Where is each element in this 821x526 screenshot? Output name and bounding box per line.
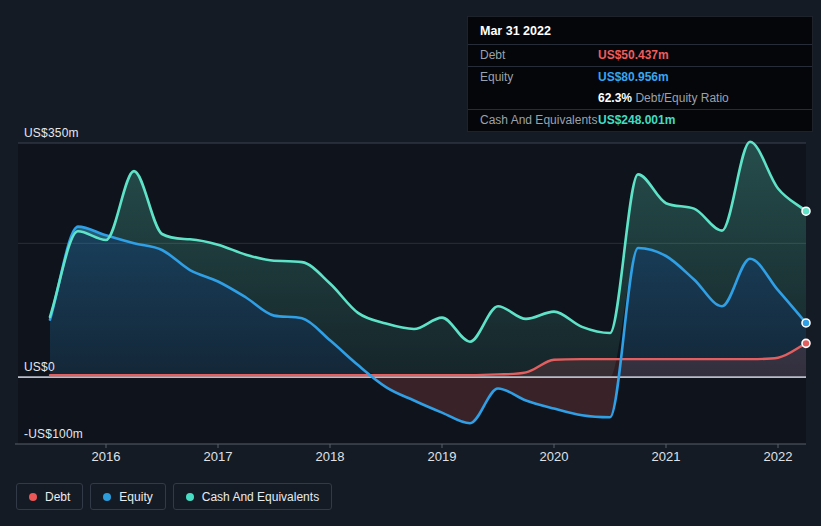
cash-endpoint-marker[interactable] xyxy=(802,207,810,215)
tooltip-ratio-value: 62.3% xyxy=(598,91,632,105)
tooltip-row-cash: Cash And Equivalents US$248.001m xyxy=(468,109,812,131)
x-axis-label: 2020 xyxy=(540,449,569,464)
legend-item-equity[interactable]: Equity xyxy=(90,483,165,510)
cash-dot-icon xyxy=(186,493,194,501)
tooltip-equity-value: US$80.956m xyxy=(598,70,800,84)
x-axis-label: 2021 xyxy=(652,449,681,464)
x-axis-label: 2016 xyxy=(92,449,121,464)
equity-endpoint-marker[interactable] xyxy=(802,319,810,327)
x-axis-label: 2019 xyxy=(428,449,457,464)
tooltip-row-equity: Equity US$80.956m xyxy=(468,66,812,88)
tooltip-debt-value: US$50.437m xyxy=(598,48,800,62)
tooltip-ratio-label: Debt/Equity Ratio xyxy=(635,91,728,105)
equity-dot-icon xyxy=(103,493,111,501)
x-axis-label: 2018 xyxy=(316,449,345,464)
x-axis-label: 2017 xyxy=(204,449,233,464)
tooltip-row-debt: Debt US$50.437m xyxy=(468,44,812,66)
tooltip-date: Mar 31 2022 xyxy=(468,17,812,44)
x-axis-label: 2022 xyxy=(764,449,793,464)
tooltip-ratio: 62.3% Debt/Equity Ratio xyxy=(598,91,800,105)
tooltip-equity-label: Equity xyxy=(480,70,598,84)
tooltip-cash-value: US$248.001m xyxy=(598,113,800,127)
y-axis-label: US$0 xyxy=(24,360,55,374)
legend-item-debt[interactable]: Debt xyxy=(16,483,83,510)
chart-tooltip: Mar 31 2022 Debt US$50.437m Equity US$80… xyxy=(467,16,813,132)
chart-canvas[interactable]: US$350mUS$0-US$100m 20162017201820192020… xyxy=(0,0,821,526)
y-axis-label: -US$100m xyxy=(24,427,83,441)
legend-item-cash[interactable]: Cash And Equivalents xyxy=(173,483,332,510)
debt-dot-icon xyxy=(29,493,37,501)
tooltip-row-ratio: 62.3% Debt/Equity Ratio xyxy=(468,88,812,109)
chart-legend: Debt Equity Cash And Equivalents xyxy=(16,483,332,510)
tooltip-cash-label: Cash And Equivalents xyxy=(480,113,598,127)
legend-debt-label: Debt xyxy=(45,490,70,504)
debt-endpoint-marker[interactable] xyxy=(802,339,810,347)
legend-cash-label: Cash And Equivalents xyxy=(202,490,319,504)
y-axis-label: US$350m xyxy=(24,126,79,140)
legend-equity-label: Equity xyxy=(119,490,152,504)
tooltip-debt-label: Debt xyxy=(480,48,598,62)
